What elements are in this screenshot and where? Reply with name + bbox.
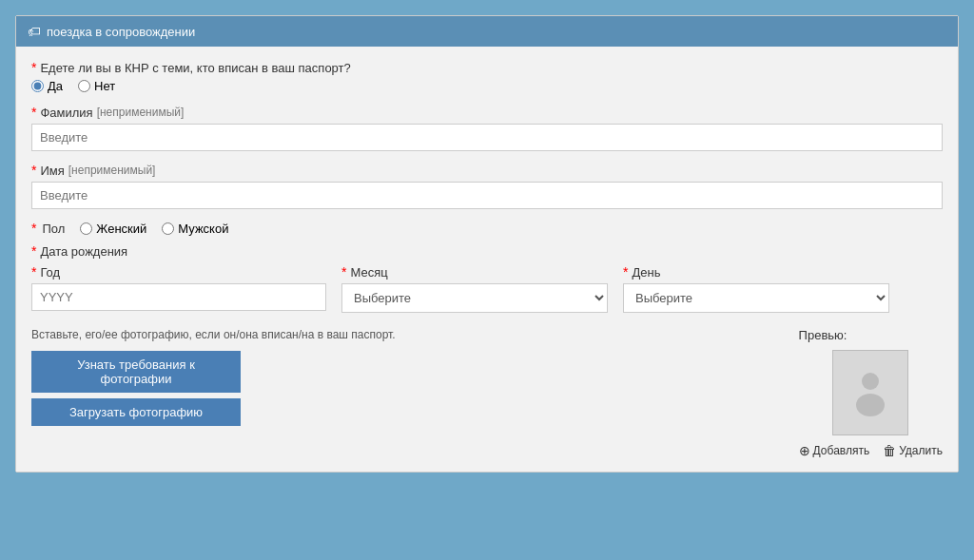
svg-point-0 xyxy=(862,373,879,390)
photo-actions: ⊕ Добавлять 🗑 Удалить xyxy=(799,443,943,458)
btn-photo-requirements[interactable]: Узнать требования к фотографии xyxy=(31,351,241,393)
required-star-name: * xyxy=(31,163,36,178)
year-input[interactable] xyxy=(31,283,326,311)
name-label-row: * Имя [неприменимый] xyxy=(31,163,943,178)
svg-point-1 xyxy=(856,394,885,416)
name-label: Имя xyxy=(40,164,64,178)
name-input[interactable] xyxy=(31,182,943,209)
surname-label-row: * Фамилия [неприменимый] xyxy=(31,105,943,120)
tag-icon: 🏷 xyxy=(28,24,41,39)
option-yes-label: Да xyxy=(48,79,63,93)
btn-upload-photo[interactable]: Загрузать фотографию xyxy=(31,398,241,426)
option-yes[interactable]: Да xyxy=(31,79,63,93)
add-photo-action[interactable]: ⊕ Добавлять xyxy=(799,443,870,458)
month-select[interactable]: Выберите Январь Февраль Март Апрель Май … xyxy=(341,283,608,313)
radio-female[interactable] xyxy=(80,222,92,235)
surname-group: * Фамилия [неприменимый] xyxy=(31,105,943,151)
person-silhouette-icon xyxy=(851,369,889,416)
option-male[interactable]: Мужской xyxy=(162,222,228,236)
preview-label: Превью: xyxy=(799,328,847,342)
required-star-day: * xyxy=(623,264,628,280)
dob-label-row: * Дата рождения xyxy=(31,243,943,259)
surname-tag: [неприменимый] xyxy=(97,106,185,119)
card-body: * Едете ли вы в КНР с теми, кто вписан в… xyxy=(16,47,958,472)
radio-no[interactable] xyxy=(78,80,90,92)
year-field: * Год xyxy=(31,264,326,311)
radio-yes[interactable] xyxy=(31,80,44,92)
question-radio-group: Да Нет xyxy=(31,79,943,93)
question-text: Едете ли вы в КНР с теми, кто вписан в в… xyxy=(40,61,350,75)
photo-left: Вставьте, его/ее фотографию, если он/она… xyxy=(31,328,799,432)
day-field: * День Выберите for(let i=1;i<=31;i++) d… xyxy=(623,264,889,313)
surname-input[interactable] xyxy=(31,124,943,151)
required-star-surname: * xyxy=(31,105,36,120)
dob-label: Дата рождения xyxy=(40,244,127,259)
photo-right: Превью: ⊕ Добавлять 🗑 xyxy=(799,328,943,458)
photo-hint: Вставьте, его/ее фотографию, если он/она… xyxy=(31,328,799,341)
photo-section: Вставьте, его/ее фотографию, если он/она… xyxy=(31,328,943,458)
required-star-dob: * xyxy=(31,243,36,259)
day-label: * День xyxy=(623,264,889,280)
name-group: * Имя [неприменимый] xyxy=(31,163,943,209)
plus-icon: ⊕ xyxy=(799,443,810,458)
name-tag: [неприменимый] xyxy=(68,164,156,177)
add-label: Добавлять xyxy=(813,444,870,457)
outer-container: 🏷 поездка в сопровождении * Едете ли вы … xyxy=(0,0,974,560)
form-card: 🏷 поездка в сопровождении * Едете ли вы … xyxy=(15,15,959,473)
option-female-label: Женский xyxy=(96,222,146,236)
date-row: * Год * Месяц Выберите Январь Февраль xyxy=(31,264,943,313)
delete-label: Удалить xyxy=(899,444,943,457)
radio-male[interactable] xyxy=(162,222,174,235)
option-no-label: Нет xyxy=(94,79,115,93)
option-female[interactable]: Женский xyxy=(80,222,146,236)
gender-label-wrap: * Пол xyxy=(31,221,65,236)
option-no[interactable]: Нет xyxy=(78,79,115,93)
gender-group: * Пол Женский Мужской xyxy=(31,221,943,236)
month-field: * Месяц Выберите Январь Февраль Март Апр… xyxy=(341,264,608,313)
trash-icon: 🗑 xyxy=(883,443,896,458)
required-star-year: * xyxy=(31,264,36,280)
month-label: * Месяц xyxy=(341,264,608,280)
question-group: * Едете ли вы в КНР с теми, кто вписан в… xyxy=(31,60,943,93)
option-male-label: Мужской xyxy=(178,222,228,236)
required-star-question: * xyxy=(31,60,36,75)
year-label: * Год xyxy=(31,264,326,280)
photo-placeholder xyxy=(832,350,908,435)
gender-row: * Пол Женский Мужской xyxy=(31,221,943,236)
card-title: поездка в сопровождении xyxy=(47,25,195,39)
card-header: 🏷 поездка в сопровождении xyxy=(16,16,958,47)
surname-label: Фамилия xyxy=(40,106,92,120)
required-star-gender: * xyxy=(31,221,36,236)
delete-photo-action[interactable]: 🗑 Удалить xyxy=(883,443,943,458)
question-label: * Едете ли вы в КНР с теми, кто вписан в… xyxy=(31,60,943,75)
day-select[interactable]: Выберите for(let i=1;i<=31;i++) document… xyxy=(623,283,889,313)
required-star-month: * xyxy=(341,264,346,280)
gender-label: Пол xyxy=(42,222,65,236)
